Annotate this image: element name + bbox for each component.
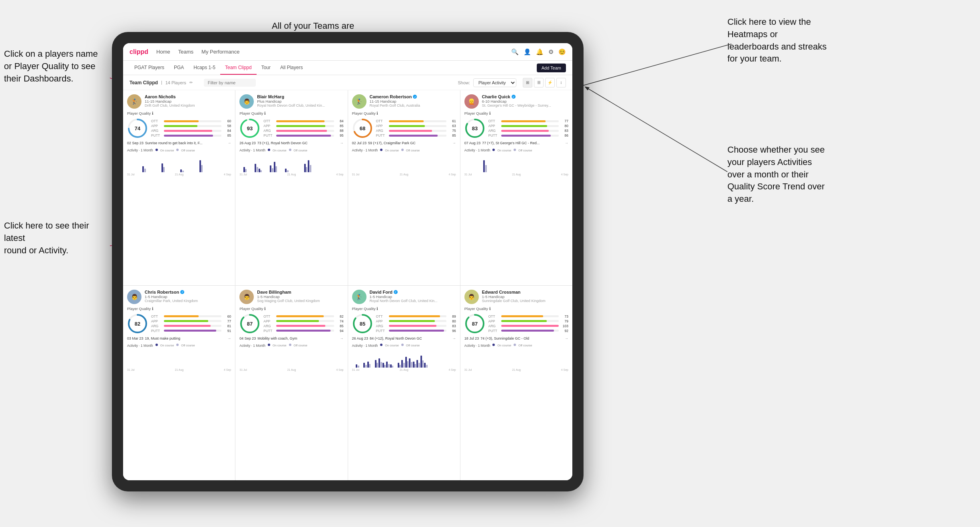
- recent-arrow-icon: →: [452, 141, 456, 145]
- team-name: Team Clippd: [129, 80, 158, 86]
- grid-view-button[interactable]: ⊞: [523, 78, 532, 88]
- player-name[interactable]: Cameron Robertson ✓: [370, 94, 456, 99]
- stat-label: PUTT: [263, 329, 275, 333]
- stat-value: 79: [560, 319, 568, 323]
- view-icons: ⊞ ☰ ⚡ ↕: [523, 78, 566, 88]
- bar-off: [245, 169, 247, 172]
- stat-row: OTT 82: [263, 314, 343, 318]
- score-circle[interactable]: 87: [239, 313, 260, 334]
- stat-label: PUTT: [488, 133, 500, 137]
- stat-row: OTT 84: [263, 119, 343, 123]
- avatar-icon[interactable]: 😊: [558, 48, 566, 56]
- recent-arrow-icon: →: [340, 336, 344, 340]
- player-name[interactable]: David Ford ✓: [370, 290, 456, 294]
- recent-activity[interactable]: 03 Mar 23 19, Must make putting →: [127, 336, 231, 340]
- list-view-button[interactable]: ☰: [534, 78, 544, 88]
- filter-button[interactable]: ⚡: [545, 78, 555, 88]
- player-name[interactable]: Blair McHarg: [257, 94, 343, 99]
- edit-icon[interactable]: ✏: [189, 80, 193, 85]
- show-select[interactable]: Player Activity: [473, 78, 516, 87]
- bar-on: [390, 364, 392, 368]
- stat-label: ARG: [376, 324, 387, 328]
- recent-activity[interactable]: 07 Aug 23 77 (+7), St George's Hill GC -…: [464, 141, 568, 145]
- player-card[interactable]: 👱 Charlie Quick ✓ 6-10 Handicap St. Geor…: [460, 90, 572, 285]
- player-card[interactable]: 👨 Dave Billingham 1-5 Handicap Sog Magin…: [235, 286, 347, 481]
- stat-value: 80: [448, 319, 456, 323]
- player-name[interactable]: Dave Billingham: [257, 290, 343, 294]
- stat-label: ARG: [488, 324, 500, 328]
- player-card[interactable]: 👨 Blair McHarg Plus Handicap Royal North…: [235, 90, 347, 285]
- score-circle[interactable]: 93: [239, 118, 260, 139]
- nav-my-performance[interactable]: My Performance: [201, 49, 239, 55]
- stat-label: ARG: [488, 129, 500, 133]
- stat-row: PUTT 95: [263, 133, 343, 137]
- sub-nav-pgat[interactable]: PGAT Players: [129, 61, 169, 75]
- sub-nav-team-clippd[interactable]: Team Clippd: [220, 61, 257, 75]
- score-circle[interactable]: 68: [352, 118, 373, 139]
- settings-icon[interactable]: ⚙: [548, 48, 554, 56]
- score-circle[interactable]: 85: [352, 313, 373, 334]
- recent-activity[interactable]: 02 Jul 23 59 (+17), Craigmillar Park GC …: [352, 141, 456, 145]
- stat-bar: [389, 125, 425, 127]
- add-team-button[interactable]: Add Team: [537, 64, 566, 72]
- sub-nav-all-players[interactable]: All Players: [275, 61, 308, 75]
- team-search-input[interactable]: [204, 79, 256, 87]
- score-circle[interactable]: 83: [464, 118, 485, 139]
- score-circle[interactable]: 87: [464, 313, 485, 334]
- player-card[interactable]: 👨 Edward Crossman 1-5 Handicap Sunningda…: [460, 286, 572, 481]
- stat-bar: [276, 125, 325, 127]
- recent-activity[interactable]: 02 Sep 23 Sunrise round to get back into…: [127, 141, 231, 145]
- stats-grid: OTT 60 APP 77 ARG 81 PUTT 9: [151, 314, 231, 333]
- player-header: 🏌 David Ford ✓ 1-5 Handicap Royal North …: [352, 290, 456, 304]
- bar-on: [416, 360, 418, 368]
- bar-off: [380, 362, 382, 368]
- bar-group: [409, 358, 412, 368]
- bell-icon[interactable]: 🔔: [536, 48, 544, 56]
- nav-teams[interactable]: Teams: [178, 49, 193, 55]
- stat-label: PUTT: [151, 329, 162, 333]
- sub-nav-pga[interactable]: PGA: [169, 61, 189, 75]
- score-circle[interactable]: 74: [127, 118, 148, 139]
- player-name[interactable]: Edward Crossman: [482, 290, 568, 294]
- chart-bars: [464, 349, 568, 368]
- on-course-label: On course: [160, 149, 174, 152]
- player-name[interactable]: Charlie Quick ✓: [482, 94, 568, 99]
- stat-bar-container: [276, 135, 334, 137]
- chart-container: 31 Jul 21 Aug 4 Sep: [352, 349, 456, 371]
- player-header: 👨 Dave Billingham 1-5 Handicap Sog Magin…: [239, 290, 343, 304]
- recent-activity[interactable]: 04 Sep 23 Mobility with coach, Gym →: [239, 336, 343, 340]
- activity-header: Activity · 1 Month On course Off course: [127, 148, 231, 152]
- recent-activity[interactable]: 26 Aug 23 73 (+1), Royal North Devon GC …: [239, 141, 343, 145]
- sub-nav-tour[interactable]: Tour: [257, 61, 275, 75]
- profile-icon[interactable]: 👤: [524, 48, 531, 56]
- chart-label-mid: 21 Aug: [175, 368, 183, 371]
- bar-off: [365, 365, 367, 368]
- recent-activity[interactable]: 18 Jul 23 74 (+3), Sunningdale GC - Old …: [464, 336, 568, 340]
- chart-label-start: 31 Jul: [127, 173, 135, 176]
- chart-bars: [464, 154, 568, 172]
- nav-home[interactable]: Home: [156, 49, 170, 55]
- ipad-screen: clippd Home Teams My Performance 🔍 👤 🔔 ⚙…: [123, 43, 572, 480]
- search-icon[interactable]: 🔍: [511, 48, 519, 56]
- stat-bar: [501, 130, 549, 132]
- player-card[interactable]: 🏌 David Ford ✓ 1-5 Handicap Royal North …: [348, 286, 460, 481]
- player-card[interactable]: 🏌 Aaron Nicholls 11-15 Handicap Drift Go…: [123, 90, 235, 285]
- sub-nav-hcaps[interactable]: Hcaps 1-5: [189, 61, 220, 75]
- chart-label-start: 31 Jul: [464, 173, 472, 176]
- stat-bar-container: [276, 320, 334, 322]
- bar-off: [260, 170, 262, 172]
- player-card[interactable]: 👨 Chris Robertson ✓ 1-5 Handicap Craigmi…: [123, 286, 235, 481]
- stat-bar: [164, 130, 212, 132]
- recent-description: 19, Must make putting: [145, 336, 181, 340]
- player-name[interactable]: Chris Robertson ✓: [145, 290, 231, 294]
- player-card[interactable]: 🏌 Cameron Robertson ✓ 11-15 Handicap Roy…: [348, 90, 460, 285]
- recent-activity[interactable]: 26 Aug 23 84 (+12), Royal North Devon GC…: [352, 336, 456, 340]
- player-name[interactable]: Aaron Nicholls: [145, 94, 231, 99]
- player-avatar: 👨: [239, 290, 254, 304]
- chart-label-mid: 21 Aug: [400, 173, 408, 176]
- bar-group: [483, 160, 487, 172]
- score-circle[interactable]: 82: [127, 313, 148, 334]
- bar-group: [304, 164, 308, 172]
- stat-bar-container: [164, 130, 221, 132]
- sort-button[interactable]: ↕: [556, 78, 566, 88]
